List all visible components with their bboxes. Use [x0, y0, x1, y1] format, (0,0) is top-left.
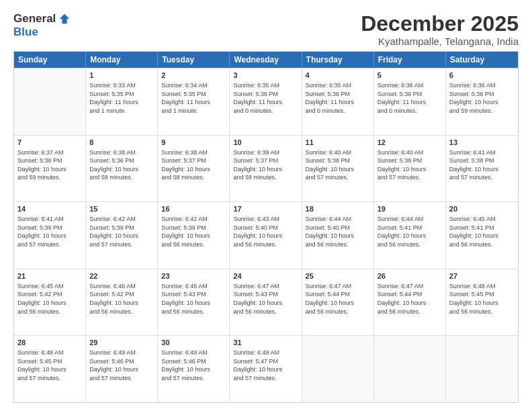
calendar-cell: 1Sunrise: 6:33 AM Sunset: 5:35 PM Daylig… [86, 68, 158, 135]
cell-info: Sunrise: 6:33 AM Sunset: 5:35 PM Dayligh… [89, 81, 154, 115]
logo-general-text: General [13, 12, 56, 26]
cell-info: Sunrise: 6:46 AM Sunset: 5:43 PM Dayligh… [161, 282, 226, 316]
calendar-cell: 15Sunrise: 6:42 AM Sunset: 5:39 PM Dayli… [86, 202, 158, 269]
cell-info: Sunrise: 6:38 AM Sunset: 5:37 PM Dayligh… [161, 148, 226, 182]
calendar-header-cell: Wednesday [230, 52, 302, 68]
cell-day-number: 30 [161, 338, 226, 348]
calendar-cell: 3Sunrise: 6:35 AM Sunset: 5:36 PM Daylig… [230, 68, 302, 135]
cell-day-number: 21 [17, 271, 82, 281]
cell-info: Sunrise: 6:39 AM Sunset: 5:37 PM Dayligh… [233, 148, 298, 182]
cell-day-number: 14 [17, 204, 82, 214]
cell-info: Sunrise: 6:47 AM Sunset: 5:44 PM Dayligh… [378, 282, 442, 316]
cell-info: Sunrise: 6:46 AM Sunset: 5:42 PM Dayligh… [89, 282, 154, 316]
page: General Blue December 2025 Kyathampalle,… [0, 0, 532, 411]
cell-day-number: 24 [233, 271, 298, 281]
calendar-cell: 10Sunrise: 6:39 AM Sunset: 5:37 PM Dayli… [230, 136, 302, 202]
cell-day-number: 23 [161, 271, 226, 281]
cell-day-number: 2 [161, 71, 226, 81]
calendar: SundayMondayTuesdayWednesdayThursdayFrid… [13, 51, 519, 403]
calendar-week: 14Sunrise: 6:41 AM Sunset: 5:39 PM Dayli… [14, 201, 518, 269]
svg-marker-0 [60, 14, 69, 24]
calendar-cell: 26Sunrise: 6:47 AM Sunset: 5:44 PM Dayli… [374, 269, 446, 336]
cell-info: Sunrise: 6:44 AM Sunset: 5:41 PM Dayligh… [378, 215, 442, 248]
cell-info: Sunrise: 6:40 AM Sunset: 5:38 PM Dayligh… [378, 148, 442, 182]
sub-title: Kyathampalle, Telangana, India [361, 36, 519, 47]
cell-info: Sunrise: 6:37 AM Sunset: 5:36 PM Dayligh… [17, 148, 82, 182]
cell-day-number: 19 [378, 204, 442, 214]
cell-day-number: 9 [161, 138, 226, 148]
calendar-cell [302, 336, 374, 402]
cell-info: Sunrise: 6:42 AM Sunset: 5:39 PM Dayligh… [161, 215, 226, 248]
cell-info: Sunrise: 6:48 AM Sunset: 5:45 PM Dayligh… [449, 282, 515, 316]
cell-day-number: 27 [449, 271, 515, 281]
cell-day-number: 20 [449, 204, 515, 214]
cell-day-number: 28 [17, 338, 82, 348]
header: General Blue December 2025 Kyathampalle,… [13, 12, 519, 47]
calendar-cell: 16Sunrise: 6:42 AM Sunset: 5:39 PM Dayli… [158, 202, 230, 269]
calendar-cell: 18Sunrise: 6:44 AM Sunset: 5:40 PM Dayli… [302, 202, 374, 269]
cell-day-number: 29 [89, 338, 154, 348]
calendar-cell: 24Sunrise: 6:47 AM Sunset: 5:43 PM Dayli… [230, 269, 302, 336]
calendar-header-cell: Monday [86, 52, 158, 68]
main-title: December 2025 [361, 12, 519, 36]
calendar-cell [14, 68, 86, 135]
calendar-week: 21Sunrise: 6:45 AM Sunset: 5:42 PM Dayli… [14, 269, 518, 336]
calendar-cell: 21Sunrise: 6:45 AM Sunset: 5:42 PM Dayli… [14, 269, 86, 336]
cell-day-number: 22 [89, 271, 154, 281]
cell-day-number: 13 [449, 138, 515, 148]
cell-day-number: 15 [89, 204, 154, 214]
cell-day-number: 26 [378, 271, 442, 281]
cell-day-number: 25 [306, 271, 370, 281]
cell-day-number: 18 [306, 204, 370, 214]
cell-info: Sunrise: 6:38 AM Sunset: 5:36 PM Dayligh… [89, 148, 154, 182]
calendar-cell: 6Sunrise: 6:36 AM Sunset: 5:36 PM Daylig… [446, 68, 518, 135]
calendar-cell: 12Sunrise: 6:40 AM Sunset: 5:38 PM Dayli… [374, 136, 446, 202]
cell-info: Sunrise: 6:44 AM Sunset: 5:40 PM Dayligh… [306, 215, 370, 248]
cell-day-number: 12 [378, 138, 442, 148]
cell-info: Sunrise: 6:49 AM Sunset: 5:47 PM Dayligh… [233, 349, 298, 382]
calendar-cell: 2Sunrise: 6:34 AM Sunset: 5:35 PM Daylig… [158, 68, 230, 135]
cell-day-number: 17 [233, 204, 298, 214]
cell-day-number: 11 [306, 138, 370, 148]
calendar-cell: 9Sunrise: 6:38 AM Sunset: 5:37 PM Daylig… [158, 136, 230, 202]
cell-info: Sunrise: 6:40 AM Sunset: 5:38 PM Dayligh… [306, 148, 370, 182]
cell-day-number: 8 [89, 138, 154, 148]
cell-day-number: 7 [17, 138, 82, 148]
calendar-cell: 23Sunrise: 6:46 AM Sunset: 5:43 PM Dayli… [158, 269, 230, 336]
cell-day-number: 6 [449, 71, 515, 81]
cell-info: Sunrise: 6:47 AM Sunset: 5:44 PM Dayligh… [306, 282, 370, 316]
calendar-cell: 29Sunrise: 6:49 AM Sunset: 5:46 PM Dayli… [86, 336, 158, 402]
calendar-cell: 28Sunrise: 6:48 AM Sunset: 5:45 PM Dayli… [14, 336, 86, 402]
cell-day-number: 5 [378, 71, 442, 81]
cell-info: Sunrise: 6:47 AM Sunset: 5:43 PM Dayligh… [233, 282, 298, 316]
cell-info: Sunrise: 6:34 AM Sunset: 5:35 PM Dayligh… [161, 81, 226, 115]
cell-day-number: 16 [161, 204, 226, 214]
calendar-cell: 8Sunrise: 6:38 AM Sunset: 5:36 PM Daylig… [86, 136, 158, 202]
calendar-header-row: SundayMondayTuesdayWednesdayThursdayFrid… [14, 52, 518, 68]
cell-day-number: 31 [233, 338, 298, 348]
logo-icon [58, 13, 71, 25]
cell-day-number: 10 [233, 138, 298, 148]
calendar-week: 7Sunrise: 6:37 AM Sunset: 5:36 PM Daylig… [14, 135, 518, 202]
calendar-week: 28Sunrise: 6:48 AM Sunset: 5:45 PM Dayli… [14, 335, 518, 402]
calendar-cell: 5Sunrise: 6:36 AM Sunset: 5:36 PM Daylig… [374, 68, 446, 135]
cell-info: Sunrise: 6:35 AM Sunset: 5:36 PM Dayligh… [233, 81, 298, 115]
cell-info: Sunrise: 6:43 AM Sunset: 5:40 PM Dayligh… [233, 215, 298, 248]
calendar-body: 1Sunrise: 6:33 AM Sunset: 5:35 PM Daylig… [14, 68, 518, 402]
cell-info: Sunrise: 6:36 AM Sunset: 5:36 PM Dayligh… [378, 81, 442, 115]
title-block: December 2025 Kyathampalle, Telangana, I… [361, 12, 519, 47]
cell-info: Sunrise: 6:45 AM Sunset: 5:41 PM Dayligh… [449, 215, 515, 248]
calendar-cell: 20Sunrise: 6:45 AM Sunset: 5:41 PM Dayli… [446, 202, 518, 269]
calendar-cell: 25Sunrise: 6:47 AM Sunset: 5:44 PM Dayli… [302, 269, 374, 336]
cell-info: Sunrise: 6:36 AM Sunset: 5:36 PM Dayligh… [449, 81, 515, 115]
calendar-cell [446, 336, 518, 402]
calendar-cell: 22Sunrise: 6:46 AM Sunset: 5:42 PM Dayli… [86, 269, 158, 336]
calendar-header-cell: Friday [374, 52, 446, 68]
cell-day-number: 4 [306, 71, 370, 81]
calendar-cell: 4Sunrise: 6:35 AM Sunset: 5:36 PM Daylig… [302, 68, 374, 135]
logo: General Blue [13, 12, 71, 39]
cell-info: Sunrise: 6:49 AM Sunset: 5:46 PM Dayligh… [161, 349, 226, 382]
calendar-cell: 30Sunrise: 6:49 AM Sunset: 5:46 PM Dayli… [158, 336, 230, 402]
cell-info: Sunrise: 6:41 AM Sunset: 5:39 PM Dayligh… [17, 215, 82, 248]
calendar-header-cell: Tuesday [158, 52, 230, 68]
